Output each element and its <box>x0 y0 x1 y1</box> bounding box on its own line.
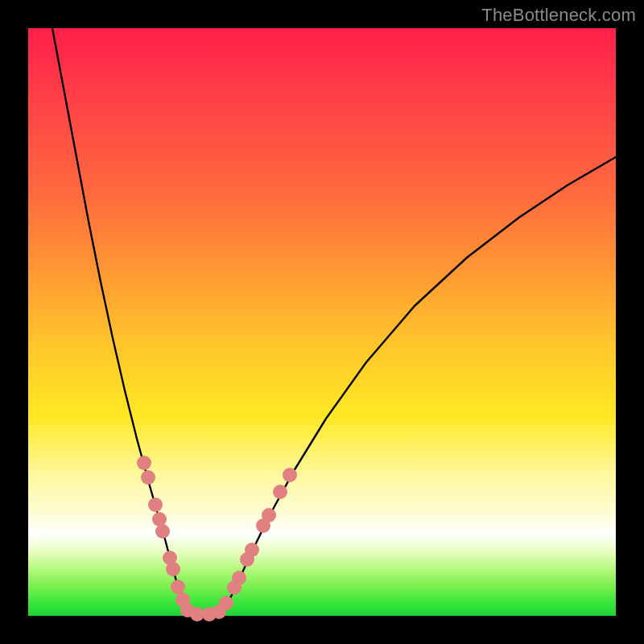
data-marker <box>171 580 185 594</box>
curve-lines <box>52 28 616 616</box>
chart-frame: TheBottleneck.com <box>0 0 644 644</box>
watermark-text: TheBottleneck.com <box>481 5 636 26</box>
curve-segment <box>52 28 188 612</box>
data-marker <box>155 524 170 539</box>
plot-area <box>28 28 616 616</box>
curve-markers <box>137 456 297 621</box>
data-marker <box>283 468 297 482</box>
data-marker <box>148 497 163 512</box>
data-marker <box>262 508 276 522</box>
curve-segment <box>221 157 616 612</box>
curve-svg <box>28 28 616 616</box>
data-marker <box>245 543 259 557</box>
data-marker <box>219 596 233 610</box>
data-marker <box>141 470 155 485</box>
data-marker <box>232 571 246 585</box>
data-marker <box>166 562 180 576</box>
data-marker <box>137 456 151 470</box>
data-marker <box>273 485 287 499</box>
